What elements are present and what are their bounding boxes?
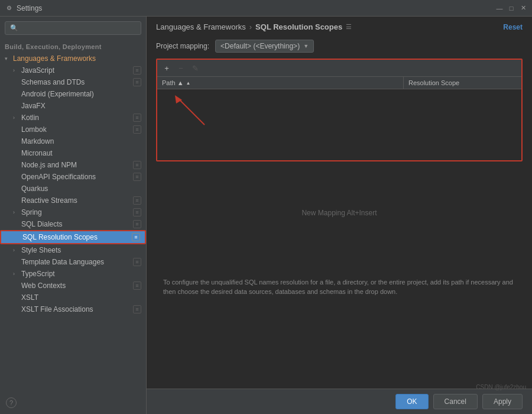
sidebar-item-label: SQL Resolution Scopes — [22, 233, 132, 241]
sidebar-item-label: Reactive Streams — [21, 196, 133, 205]
help-button[interactable]: ? — [6, 397, 17, 408]
sidebar-item-label: Micronaut — [21, 149, 141, 157]
edit-mapping-button[interactable]: ✎ — [189, 62, 201, 74]
sidebar-item-micronaut[interactable]: Micronaut — [0, 147, 146, 159]
sidebar-item-label: Schemas and DTDs — [21, 78, 133, 86]
search-box[interactable]: 🔍 — [5, 21, 141, 35]
settings-page-icon: ≡ — [133, 282, 141, 290]
reset-button[interactable]: Reset — [503, 23, 523, 31]
sidebar-item-label: XSLT — [21, 293, 141, 302]
sidebar-item-xslt-file-associations[interactable]: XSLT File Associations ≡ — [0, 303, 146, 315]
watermark: CSDN @jufe2zhou — [476, 384, 526, 390]
description-area: To configure the unqualified SQL names r… — [156, 271, 523, 303]
expand-icon: › — [13, 115, 21, 121]
content-header: Languages & Frameworks › SQL Resolution … — [147, 17, 532, 37]
cancel-button[interactable]: Cancel — [433, 394, 478, 409]
sidebar-item-nodejs[interactable]: Node.js and NPM ≡ — [0, 159, 146, 171]
sidebar-item-label: XSLT File Associations — [21, 305, 133, 313]
info-icon[interactable]: ☰ — [346, 23, 352, 31]
sidebar-item-typescript[interactable]: › TypeScript — [0, 268, 146, 280]
sidebar-item-web-contexts[interactable]: Web Contexts ≡ — [0, 280, 146, 292]
settings-icon: ⚙ — [5, 4, 13, 12]
sidebar-item-sql-resolution-scopes[interactable]: SQL Resolution Scopes ≡ — [0, 230, 146, 244]
sidebar-item-quarkus[interactable]: Quarkus — [0, 183, 146, 195]
breadcrumb-separator: › — [249, 22, 252, 31]
settings-page-icon: ≡ — [132, 233, 140, 241]
sidebar-item-template-data-languages[interactable]: Template Data Languages ≡ — [0, 256, 146, 268]
sidebar-tree: ▾ Languages & Frameworks › JavaScript ≡ … — [0, 53, 146, 414]
table-container: + − ✎ Path ▲ Resolution Scope — [156, 59, 523, 161]
settings-page-icon: ≡ — [133, 305, 141, 313]
sidebar-item-label: Node.js and NPM — [21, 161, 133, 169]
settings-page-icon: ≡ — [133, 258, 141, 266]
sidebar-item-label: Quarkus — [21, 185, 141, 193]
project-mapping-value: <Default> (<Everything>) — [220, 42, 300, 50]
sidebar-item-label: Spring — [21, 208, 133, 216]
sidebar-item-languages-frameworks[interactable]: ▾ Languages & Frameworks — [0, 53, 146, 64]
sidebar-item-label: Markdown — [21, 137, 141, 145]
content-area: Languages & Frameworks › SQL Resolution … — [147, 17, 532, 414]
title-bar: ⚙ Settings — □ ✕ — [0, 0, 532, 17]
sidebar-item-openapi[interactable]: OpenAPI Specifications ≡ — [0, 171, 146, 183]
main-content: 🔍 Build, Execution, Deployment ▾ Languag… — [0, 17, 532, 414]
settings-page-icon: ≡ — [133, 208, 141, 216]
sidebar-item-label: Template Data Languages — [21, 258, 133, 266]
spacer — [147, 310, 532, 389]
expand-icon: › — [13, 247, 21, 253]
sidebar-item-label: JavaFX — [21, 102, 141, 110]
sidebar-item-label: Style Sheets — [21, 246, 141, 254]
sidebar-item-schemas-dtds[interactable]: Schemas and DTDs ≡ — [0, 76, 146, 88]
sidebar-item-label: JavaScript — [21, 66, 133, 75]
project-mapping-dropdown[interactable]: <Default> (<Everything>) ▼ — [215, 40, 314, 53]
column-scope-label: Resolution Scope — [408, 79, 459, 86]
settings-page-icon: ≡ — [133, 78, 141, 86]
sidebar-item-spring[interactable]: › Spring ≡ — [0, 206, 146, 218]
breadcrumb: Languages & Frameworks › SQL Resolution … — [156, 22, 503, 31]
sidebar-item-style-sheets[interactable]: › Style Sheets — [0, 244, 146, 256]
sidebar-item-label: Web Contexts — [21, 282, 133, 290]
sidebar-item-sql-dialects[interactable]: SQL Dialects ≡ — [0, 218, 146, 230]
search-icon: 🔍 — [10, 24, 18, 32]
project-mapping-row: Project mapping: <Default> (<Everything>… — [147, 37, 532, 59]
settings-page-icon: ≡ — [133, 173, 141, 181]
settings-page-icon: ≡ — [133, 66, 141, 75]
svg-line-0 — [178, 98, 205, 125]
settings-page-icon: ≡ — [133, 125, 141, 134]
sidebar: 🔍 Build, Execution, Deployment ▾ Languag… — [0, 17, 147, 414]
sidebar-item-label: TypeScript — [21, 270, 141, 278]
settings-page-icon: ≡ — [133, 161, 141, 169]
sidebar-item-label: Android (Experimental) — [21, 90, 141, 98]
expand-icon: › — [13, 67, 21, 73]
table-header: Path ▲ Resolution Scope — [157, 77, 521, 89]
sidebar-item-javafx[interactable]: JavaFX — [0, 100, 146, 112]
column-path-label: Path ▲ — [162, 79, 184, 86]
arrow-annotation — [169, 95, 216, 132]
table-body — [157, 89, 521, 160]
sidebar-item-lombok[interactable]: Lombok ≡ — [0, 124, 146, 135]
description-text: To configure the unqualified SQL names r… — [163, 279, 513, 296]
bottom-bar: OK Cancel Apply — [147, 389, 532, 414]
settings-page-icon: ≡ — [133, 196, 141, 205]
sidebar-item-markdown[interactable]: Markdown — [0, 135, 146, 147]
project-mapping-label: Project mapping: — [156, 42, 209, 50]
sidebar-item-reactive-streams[interactable]: Reactive Streams ≡ — [0, 195, 146, 206]
apply-button[interactable]: Apply — [482, 394, 523, 409]
add-mapping-button[interactable]: + — [161, 62, 173, 74]
remove-mapping-button[interactable]: − — [175, 62, 187, 74]
sidebar-item-android[interactable]: Android (Experimental) — [0, 88, 146, 100]
breadcrumb-current: SQL Resolution Scopes — [255, 22, 342, 31]
column-path[interactable]: Path ▲ — [157, 77, 403, 89]
sidebar-item-label: Languages & Frameworks — [13, 54, 141, 63]
sidebar-item-javascript[interactable]: › JavaScript ≡ — [0, 64, 146, 76]
sidebar-item-kotlin[interactable]: › Kotlin ≡ — [0, 112, 146, 124]
close-button[interactable]: ✕ — [519, 4, 527, 12]
sidebar-item-xslt[interactable]: XSLT — [0, 292, 146, 303]
expand-icon: › — [13, 271, 21, 277]
maximize-button[interactable]: □ — [507, 4, 515, 12]
sidebar-item-label: SQL Dialects — [21, 220, 133, 228]
minimize-button[interactable]: — — [495, 4, 504, 12]
column-scope: Resolution Scope — [403, 77, 521, 89]
settings-page-icon: ≡ — [133, 220, 141, 228]
ok-button[interactable]: OK — [395, 394, 428, 409]
expand-icon: ▾ — [5, 56, 13, 62]
